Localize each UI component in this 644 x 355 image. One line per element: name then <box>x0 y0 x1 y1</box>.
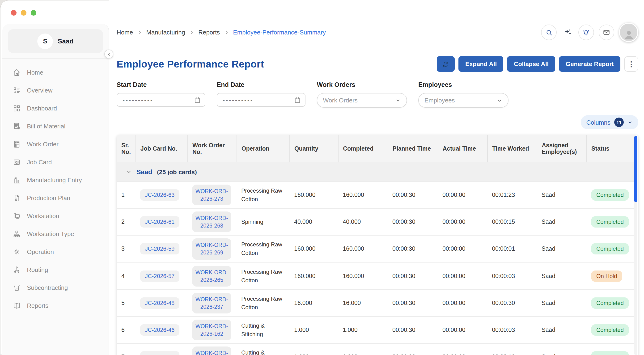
cell-assigned-employee: Saad <box>537 316 586 344</box>
sidebar-menu: Home Overview Dashboard Bill of Material… <box>2 58 108 314</box>
table-row: 1 JC-2026-63 WORK-ORD-2026-273 Processin… <box>116 182 636 208</box>
job-card-link[interactable]: JC-2026-63 <box>140 189 179 201</box>
profile-avatar[interactable] <box>619 23 638 42</box>
expand-all-button[interactable]: Expand All <box>459 56 503 72</box>
job-card-link[interactable]: JC-2026-46 <box>140 324 179 336</box>
sidebar-item-manufacturing-entry[interactable]: Manufacturing Entry <box>13 171 108 189</box>
cell-operation: Processing Raw Cotton <box>236 290 290 316</box>
sidebar-item-workstation-type[interactable]: Workstation Type <box>13 225 108 243</box>
user-avatar: S <box>38 33 53 49</box>
chevron-down-icon <box>628 120 633 125</box>
collapse-all-button[interactable]: Collapse All <box>507 56 555 72</box>
cell-time-worked: 00:00:15 <box>487 208 537 235</box>
sidebar-item-job-card[interactable]: Job Card <box>13 153 108 171</box>
sparkles-button[interactable] <box>562 26 574 38</box>
filters-bar: Start Date End Date Work Orders Work Ord… <box>116 81 638 108</box>
sidebar: S Saad Home Overview Dashboard Bill of M… <box>2 24 109 355</box>
job-card-link[interactable]: JC-2026-44 <box>140 351 179 355</box>
user-card[interactable]: S Saad <box>8 29 103 53</box>
breadcrumb: Home Manufacturing Reports Employee-Perf… <box>116 29 326 36</box>
sidebar-item-production-plan[interactable]: Production Plan <box>13 189 108 207</box>
refresh-button[interactable] <box>437 56 455 72</box>
employees-filter: Employees Employees <box>418 81 508 108</box>
table-scrollbar-thumb[interactable] <box>634 136 638 202</box>
cell-actual-time: 00:00:00 <box>438 262 487 290</box>
table-scrollbar-track[interactable] <box>634 136 638 355</box>
job-card-link[interactable]: JC-2026-57 <box>140 270 179 282</box>
minimize-window-button[interactable] <box>21 10 26 16</box>
start-date-field[interactable] <box>122 96 194 104</box>
work-order-link[interactable]: WORK-ORD-2026-237 <box>192 293 231 314</box>
start-date-input[interactable] <box>116 93 206 107</box>
chevron-right-icon <box>189 30 194 35</box>
subcontracting-icon <box>13 284 21 292</box>
sidebar-collapse-button[interactable] <box>104 50 113 58</box>
generate-report-button[interactable]: Generate Report <box>559 56 620 72</box>
notifications-button[interactable] <box>578 24 594 40</box>
group-employee-name: Saad <box>136 168 152 176</box>
sidebar-item-operation[interactable]: Operation <box>13 243 108 260</box>
cell-completed: 160.000 <box>338 262 388 290</box>
cell-time-worked: 00:00:01 <box>487 236 537 262</box>
table-header-row: Sr. No. Job Card No. Work Order No. Oper… <box>116 135 636 162</box>
job-card-link[interactable]: JC-2026-61 <box>140 216 179 228</box>
bell-icon <box>582 28 590 36</box>
sidebar-item-dashboard[interactable]: Dashboard <box>13 99 108 117</box>
sidebar-item-subcontracting[interactable]: Subcontracting <box>13 278 108 296</box>
job-card-link[interactable]: JC-2026-59 <box>140 243 179 255</box>
sidebar-item-workstation[interactable]: Workstation <box>13 207 108 225</box>
end-date-input[interactable] <box>217 93 306 107</box>
cell-sr-no: 6 <box>116 316 136 344</box>
maximize-window-button[interactable] <box>31 10 36 16</box>
cell-operation: Processing Raw Cotton <box>236 182 290 208</box>
chevron-down-icon <box>497 98 502 103</box>
work-order-link[interactable]: WORK-ORD-2026-163 <box>192 346 231 355</box>
cell-planned-time: 00:00:30 <box>388 208 438 235</box>
user-initial: S <box>43 37 48 45</box>
breadcrumb-manufacturing[interactable]: Manufacturing <box>146 29 185 36</box>
table-row: 2 JC-2026-61 WORK-ORD-2026-268 Spinning … <box>116 208 636 235</box>
main-content: Home Manufacturing Reports Employee-Perf… <box>109 0 644 355</box>
cell-quantity: 16.000 <box>290 290 338 316</box>
messages-button[interactable] <box>599 24 614 40</box>
sidebar-item-routing[interactable]: Routing <box>13 260 108 278</box>
search-button[interactable] <box>541 24 557 40</box>
work-order-link[interactable]: WORK-ORD-2026-268 <box>192 212 231 232</box>
employees-select[interactable]: Employees <box>418 93 508 108</box>
cell-completed: 160.000 <box>338 236 388 262</box>
sidebar-item-overview[interactable]: Overview <box>13 81 108 99</box>
employee-group-toggle[interactable]: Saad (25 job cards) <box>126 168 636 176</box>
more-options-button[interactable]: ⋮ <box>624 56 638 72</box>
chevron-left-icon <box>107 52 111 56</box>
work-order-link[interactable]: WORK-ORD-2026-273 <box>192 184 231 205</box>
page-actions: Expand All Collapse All Generate Report … <box>437 56 638 72</box>
report-table-card: Sr. No. Job Card No. Work Order No. Oper… <box>116 135 638 355</box>
calendar-icon <box>294 96 301 104</box>
status-badge: Completed <box>591 298 629 309</box>
column-header-completed: Completed <box>338 135 388 162</box>
work-order-link[interactable]: WORK-ORD-2026-269 <box>192 239 231 260</box>
app-window: S Saad Home Overview Dashboard Bill of M… <box>0 0 644 355</box>
cell-time-worked: 00:00:03 <box>487 316 537 344</box>
sidebar-item-home[interactable]: Home <box>13 63 108 81</box>
table-row: 5 JC-2026-48 WORK-ORD-2026-237 Processin… <box>116 290 636 316</box>
work-orders-select[interactable]: Work Orders <box>317 93 407 108</box>
columns-button[interactable]: Columns 11 <box>580 115 638 129</box>
report-table: Sr. No. Job Card No. Work Order No. Oper… <box>116 135 636 355</box>
breadcrumb-reports[interactable]: Reports <box>198 29 220 36</box>
work-order-link[interactable]: WORK-ORD-2026-265 <box>192 266 231 286</box>
sidebar-item-work-order[interactable]: Work Order <box>13 135 108 153</box>
sidebar-item-reports[interactable]: Reports <box>13 296 108 314</box>
calendar-icon <box>194 96 201 104</box>
job-card-link[interactable]: JC-2026-48 <box>140 298 179 309</box>
dashboard-icon <box>13 104 21 112</box>
user-name: Saad <box>58 37 74 45</box>
end-date-field[interactable] <box>222 96 294 104</box>
cell-planned-time: 00:00:30 <box>388 290 438 316</box>
work-order-link[interactable]: WORK-ORD-2026-162 <box>192 320 231 340</box>
close-window-button[interactable] <box>11 10 16 16</box>
status-badge: Completed <box>591 216 629 228</box>
sidebar-item-bill-of-material[interactable]: Bill of Material <box>13 117 108 135</box>
column-header-assigned-employees: Assigned Employee(s) <box>537 135 586 162</box>
breadcrumb-home[interactable]: Home <box>116 29 133 36</box>
